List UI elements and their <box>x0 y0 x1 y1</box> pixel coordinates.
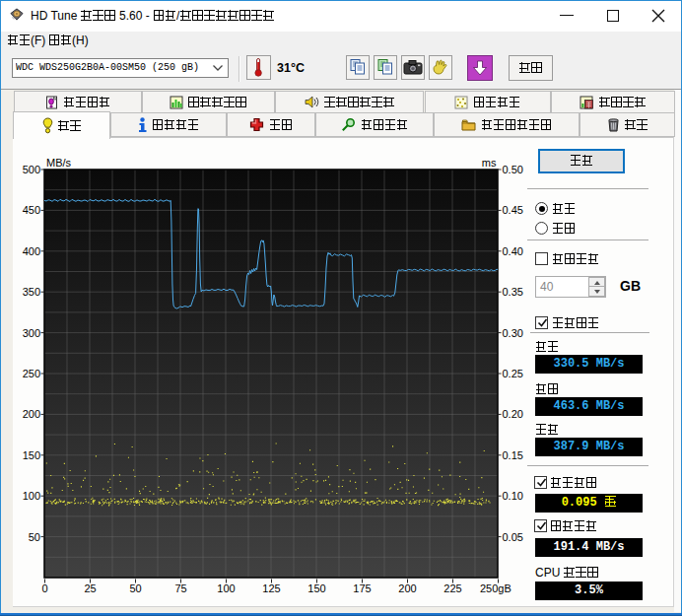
svg-text:0.15: 0.15 <box>503 449 523 461</box>
svg-text:200: 200 <box>23 408 40 420</box>
svg-text:100: 100 <box>217 582 235 594</box>
svg-text:0.20: 0.20 <box>503 408 523 420</box>
svg-text:0.45: 0.45 <box>503 204 523 216</box>
svg-text:125: 125 <box>262 582 280 594</box>
svg-text:400: 400 <box>23 245 40 257</box>
svg-text:100: 100 <box>23 490 40 502</box>
svg-text:450: 450 <box>23 204 40 216</box>
svg-text:350: 350 <box>23 286 40 298</box>
svg-text:500: 500 <box>23 164 40 175</box>
svg-text:150: 150 <box>307 582 325 594</box>
svg-text:250: 250 <box>23 368 40 379</box>
svg-text:25: 25 <box>84 582 96 594</box>
svg-text:0.35: 0.35 <box>503 286 523 298</box>
svg-text:0.10: 0.10 <box>503 490 523 502</box>
svg-text:0.40: 0.40 <box>503 245 523 257</box>
svg-text:0.30: 0.30 <box>503 327 523 339</box>
svg-text:175: 175 <box>353 582 371 594</box>
svg-text:ms: ms <box>482 157 497 169</box>
svg-text:MB/s: MB/s <box>46 157 72 169</box>
svg-text:0.25: 0.25 <box>503 368 523 379</box>
svg-text:75: 75 <box>174 582 186 594</box>
svg-text:200: 200 <box>398 582 416 594</box>
svg-text:150: 150 <box>23 449 40 461</box>
svg-text:0.05: 0.05 <box>503 531 523 543</box>
svg-text:50: 50 <box>29 531 40 543</box>
svg-text:300: 300 <box>23 327 40 339</box>
svg-text:225: 225 <box>443 582 461 594</box>
svg-text:0.50: 0.50 <box>503 164 523 175</box>
svg-text:250gB: 250gB <box>480 582 512 594</box>
svg-text:0: 0 <box>41 582 47 594</box>
svg-text:50: 50 <box>129 582 141 594</box>
